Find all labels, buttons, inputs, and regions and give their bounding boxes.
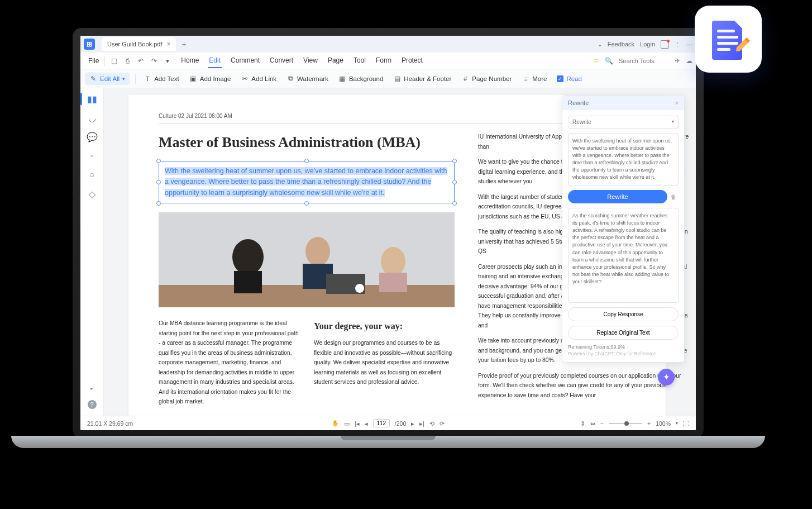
last-page-icon[interactable]: ▸| (419, 420, 424, 427)
selected-text-box[interactable]: With the sweltering heat of summer upon … (159, 161, 455, 203)
zoom-in-icon[interactable]: + (647, 420, 651, 427)
tab-edit[interactable]: Edit (208, 54, 222, 68)
link-icon: ⚯ (241, 75, 249, 83)
more-quick-icon[interactable]: ▾ (163, 57, 172, 65)
undo-icon[interactable]: ↶ (136, 57, 145, 65)
fullscreen-icon[interactable]: ⛶ (683, 420, 689, 427)
page-input[interactable] (373, 419, 390, 427)
ai-rewrite-panel: Rewrite × Rewrite ▾ With the sweltering … (562, 95, 685, 363)
collapse-icon[interactable]: ▸ (87, 383, 97, 393)
ai-assistant-bubble[interactable]: ✦ (658, 369, 675, 386)
resize-handle[interactable] (452, 159, 457, 163)
tab-close-icon[interactable]: × (166, 40, 170, 48)
status-bar: 21.01 X 29.69 cm ✋ ▭ |◂ ◂ /200 ▸ ▸| ⟲ ⟳ … (80, 416, 696, 430)
resize-handle[interactable] (304, 159, 309, 163)
tab-tool[interactable]: Tool (352, 54, 367, 68)
save-icon[interactable]: ▢ (109, 57, 118, 65)
svg-point-9 (355, 284, 364, 293)
resize-handle[interactable] (452, 201, 457, 206)
rewrite-button[interactable]: Rewrite (568, 190, 667, 203)
cloud-icon[interactable]: ☁ (686, 57, 692, 65)
add-link-button[interactable]: ⚯Add Link (238, 73, 279, 84)
search-tools-input[interactable] (619, 58, 669, 64)
chevron-down-icon: ▾ (672, 119, 674, 125)
delete-icon[interactable]: 🗑 (671, 194, 679, 200)
replace-original-button[interactable]: Replace Original Text (568, 326, 679, 340)
ai-output[interactable]: As the scorching summer weather reaches … (568, 208, 679, 303)
add-text-button[interactable]: TAdd Text (141, 73, 181, 84)
resize-handle[interactable] (304, 201, 309, 206)
bookmark-icon[interactable]: ◡ (87, 113, 97, 123)
kebab-menu-icon[interactable]: ⋮ (675, 41, 681, 48)
chevron-down-icon[interactable]: ▾ (676, 421, 678, 426)
app-logo-icon: ⊞ (84, 39, 95, 50)
more-button[interactable]: ≡More (519, 73, 549, 84)
add-image-button[interactable]: ▣Add Image (187, 73, 233, 84)
document-viewport[interactable]: Culture 02 Jul 2021 06:00 AM Master of B… (104, 88, 696, 416)
product-badge-icon (695, 6, 762, 73)
tab-home[interactable]: Home (180, 54, 200, 68)
fit-height-icon[interactable]: ⇕ (580, 420, 585, 427)
tab-comment[interactable]: Comment (230, 54, 261, 68)
ai-input-textarea[interactable]: With the sweltering heat of summer upon … (568, 133, 679, 185)
tab-form[interactable]: Form (375, 54, 393, 68)
svg-rect-13 (717, 48, 730, 51)
rotate-right-icon[interactable]: ⟳ (440, 420, 445, 427)
title-bar: ⊞ User Guild Book.pdf × + ⌄ Feedback Log… (80, 36, 696, 53)
ai-mode-select[interactable]: Rewrite ▾ (568, 116, 679, 129)
fit-width-icon[interactable]: ⇔ (590, 420, 595, 427)
bulb-icon[interactable]: ♔ (593, 57, 599, 65)
svg-point-4 (305, 237, 330, 266)
rotate-left-icon[interactable]: ⟲ (429, 420, 434, 427)
zoom-slider[interactable] (609, 423, 642, 424)
next-page-icon[interactable]: ▸ (411, 420, 414, 427)
svg-rect-8 (379, 273, 407, 292)
attachment-icon[interactable]: ▫ (87, 151, 97, 161)
layers-icon[interactable]: ◇ (87, 189, 97, 199)
resize-handle[interactable] (156, 180, 161, 184)
tab-add-button[interactable]: + (181, 40, 186, 49)
minimize-icon[interactable]: — (686, 41, 692, 47)
svg-rect-3 (234, 271, 262, 293)
text-icon: T (144, 75, 151, 83)
svg-rect-10 (717, 30, 735, 32)
resize-handle[interactable] (452, 180, 457, 184)
header-footer-button[interactable]: ▤Header & Footer (391, 73, 453, 84)
column-1: Our MBA distance learning programme is t… (159, 318, 299, 407)
background-button[interactable]: ▦Background (336, 73, 385, 84)
edit-all-button[interactable]: ✎Edit All▾ (85, 73, 130, 85)
tab-convert[interactable]: Convert (269, 54, 294, 68)
share-icon[interactable]: ✈ (675, 57, 680, 65)
redo-icon[interactable]: ↷ (150, 57, 159, 65)
column-2-heading: Your degree, your way: (314, 318, 455, 334)
select-tool-icon[interactable]: ▭ (344, 420, 350, 427)
thumbnails-icon[interactable]: ▮▮ (87, 94, 97, 104)
page-dimensions: 21.01 X 29.69 cm (87, 420, 133, 427)
read-toggle[interactable]: ✓Read (555, 74, 584, 84)
zoom-out-icon[interactable]: − (600, 420, 604, 427)
tab-page[interactable]: Page (327, 54, 345, 68)
notification-icon[interactable] (661, 40, 669, 49)
resize-handle[interactable] (156, 159, 161, 163)
copy-response-button[interactable]: Copy Response (568, 307, 679, 321)
comment-icon[interactable]: 💬 (87, 132, 97, 142)
tab-protect[interactable]: Protect (400, 54, 424, 68)
tab-view[interactable]: View (302, 54, 319, 68)
page-number-button[interactable]: #Page Number (459, 73, 514, 84)
search-panel-icon[interactable]: ○ (87, 170, 97, 180)
file-menu[interactable]: File (84, 55, 103, 67)
help-icon[interactable]: ? (88, 400, 97, 409)
feedback-link[interactable]: Feedback (608, 41, 634, 47)
watermark-button[interactable]: ⧉Watermark (284, 73, 331, 84)
print-icon[interactable]: ⎙ (123, 57, 132, 65)
first-page-icon[interactable]: |◂ (355, 420, 360, 427)
hand-tool-icon[interactable]: ✋ (332, 420, 339, 427)
powered-by: Powered by ChatGPT, Only for Reference (568, 351, 679, 356)
chevron-down-icon[interactable]: ⌄ (598, 41, 602, 47)
background-icon: ▦ (338, 75, 346, 83)
resize-handle[interactable] (156, 201, 161, 206)
prev-page-icon[interactable]: ◂ (365, 420, 368, 427)
login-link[interactable]: Login (640, 41, 655, 47)
document-tab[interactable]: User Guild Book.pdf × (102, 37, 176, 51)
close-icon[interactable]: × (675, 99, 679, 106)
